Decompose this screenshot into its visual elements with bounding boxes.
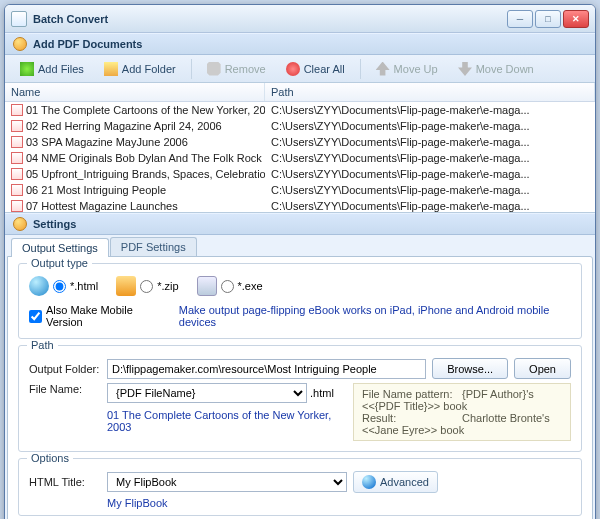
settings-header[interactable]: Settings	[5, 213, 595, 235]
exe-icon	[197, 276, 217, 296]
settings-tabs-area: Output Settings PDF Settings Output type…	[5, 235, 595, 519]
table-row[interactable]: 04 NME Originals Bob Dylan And The Folk …	[5, 150, 595, 166]
separator	[191, 59, 192, 79]
pdf-icon	[11, 200, 23, 212]
move-down-button: Move Down	[449, 58, 543, 80]
file-name: 02 Red Herring Magazine April 24, 2006	[26, 120, 222, 132]
app-icon	[11, 11, 27, 27]
files-toolbar: Add Files Add Folder Remove Clear All Mo…	[5, 55, 595, 83]
zip-icon	[116, 276, 136, 296]
browse-button[interactable]: Browse...	[432, 358, 508, 379]
table-row[interactable]: 05 Upfront_Intriguing Brands, Spaces, Ce…	[5, 166, 595, 182]
clear-icon	[286, 62, 300, 76]
mobile-note: Make output page-flipping eBook works on…	[179, 304, 571, 328]
titlebar[interactable]: Batch Convert ─ □ ✕	[5, 5, 595, 33]
pdf-icon	[11, 152, 23, 164]
window-title: Batch Convert	[33, 13, 507, 25]
exe-radio[interactable]	[221, 280, 234, 293]
globe-icon	[29, 276, 49, 296]
group-label: Path	[27, 339, 58, 351]
tab-pdf-settings[interactable]: PDF Settings	[110, 237, 197, 256]
add-folder-button[interactable]: Add Folder	[95, 58, 185, 80]
file-path: C:\Users\ZYY\Documents\Flip-page-maker\e…	[265, 151, 595, 165]
pdf-icon	[11, 136, 23, 148]
file-name: 04 NME Originals Bob Dylan And The Folk …	[26, 152, 265, 164]
output-folder-label: Output Folder:	[29, 363, 101, 375]
up-icon	[376, 62, 390, 76]
remove-button: Remove	[198, 58, 275, 80]
batch-convert-window: Batch Convert ─ □ ✕ Add PDF Documents Ad…	[4, 4, 596, 519]
table-row[interactable]: 02 Red Herring Magazine April 24, 2006C:…	[5, 118, 595, 134]
name-column-header[interactable]: Name	[5, 83, 265, 101]
file-path: C:\Users\ZYY\Documents\Flip-page-maker\e…	[265, 199, 595, 213]
file-name: 07 Hottest Magazine Launches	[26, 200, 178, 212]
separator	[360, 59, 361, 79]
pdf-icon	[11, 104, 23, 116]
pattern-hint: File Name pattern:{PDF Author}'s <<{PDF …	[353, 383, 571, 441]
output-settings-panel: Output type *.html *.zip *.exe Also Make…	[7, 256, 593, 519]
pdf-icon	[11, 168, 23, 180]
section-label: Add PDF Documents	[33, 38, 142, 50]
pdf-icon	[11, 120, 23, 132]
file-path: C:\Users\ZYY\Documents\Flip-page-maker\e…	[265, 167, 595, 181]
down-icon	[458, 62, 472, 76]
add-documents-header[interactable]: Add PDF Documents	[5, 33, 595, 55]
html-title-label: HTML Title:	[29, 476, 101, 488]
pdf-icon	[11, 184, 23, 196]
html-radio[interactable]	[53, 280, 66, 293]
table-row[interactable]: 03 SPA Magazine MayJune 2006C:\Users\ZYY…	[5, 134, 595, 150]
filename-example: 01 The Complete Cartoons of the New York…	[107, 409, 347, 433]
tab-output-settings[interactable]: Output Settings	[11, 238, 109, 257]
close-button[interactable]: ✕	[563, 10, 589, 28]
group-label: Options	[27, 452, 73, 464]
section-icon	[13, 217, 27, 231]
zip-radio[interactable]	[140, 280, 153, 293]
minimize-button[interactable]: ─	[507, 10, 533, 28]
file-path: C:\Users\ZYY\Documents\Flip-page-maker\e…	[265, 119, 595, 133]
mobile-version-checkbox[interactable]	[29, 310, 42, 323]
maximize-button[interactable]: □	[535, 10, 561, 28]
table-row[interactable]: 07 Hottest Magazine LaunchesC:\Users\ZYY…	[5, 198, 595, 213]
mobile-label: Also Make Mobile Version	[46, 304, 167, 328]
file-name: 01 The Complete Cartoons of the New York…	[26, 104, 265, 116]
plus-icon	[20, 62, 34, 76]
output-folder-input[interactable]	[107, 359, 426, 379]
file-path: C:\Users\ZYY\Documents\Flip-page-maker\e…	[265, 135, 595, 149]
file-list[interactable]: Name Path 01 The Complete Cartoons of th…	[5, 83, 595, 213]
options-group: Options HTML Title: My FlipBook Advanced…	[18, 458, 582, 516]
section-label: Settings	[33, 218, 76, 230]
file-name-select[interactable]: {PDF FileName}	[107, 383, 307, 403]
html-title-select[interactable]: My FlipBook	[107, 472, 347, 492]
table-row[interactable]: 01 The Complete Cartoons of the New York…	[5, 102, 595, 118]
path-group: Path Output Folder: Browse... Open File …	[18, 345, 582, 452]
clear-all-button[interactable]: Clear All	[277, 58, 354, 80]
add-files-button[interactable]: Add Files	[11, 58, 93, 80]
advanced-button[interactable]: Advanced	[353, 471, 438, 493]
group-label: Output type	[27, 257, 92, 269]
output-type-group: Output type *.html *.zip *.exe Also Make…	[18, 263, 582, 339]
folder-icon	[104, 62, 118, 76]
file-ext-label: .html	[310, 387, 334, 399]
table-row[interactable]: 06 21 Most Intriguing PeopleC:\Users\ZYY…	[5, 182, 595, 198]
section-icon	[13, 37, 27, 51]
list-header: Name Path	[5, 83, 595, 102]
title-preview: My FlipBook	[107, 497, 571, 509]
file-name: 06 21 Most Intriguing People	[26, 184, 166, 196]
file-path: C:\Users\ZYY\Documents\Flip-page-maker\e…	[265, 183, 595, 197]
open-button[interactable]: Open	[514, 358, 571, 379]
file-path: C:\Users\ZYY\Documents\Flip-page-maker\e…	[265, 103, 595, 117]
file-name: 05 Upfront_Intriguing Brands, Spaces, Ce…	[26, 168, 265, 180]
gear-icon	[362, 475, 376, 489]
path-column-header[interactable]: Path	[265, 83, 595, 101]
file-name: 03 SPA Magazine MayJune 2006	[26, 136, 188, 148]
remove-icon	[207, 62, 221, 76]
file-name-label: File Name:	[29, 383, 101, 395]
move-up-button: Move Up	[367, 58, 447, 80]
